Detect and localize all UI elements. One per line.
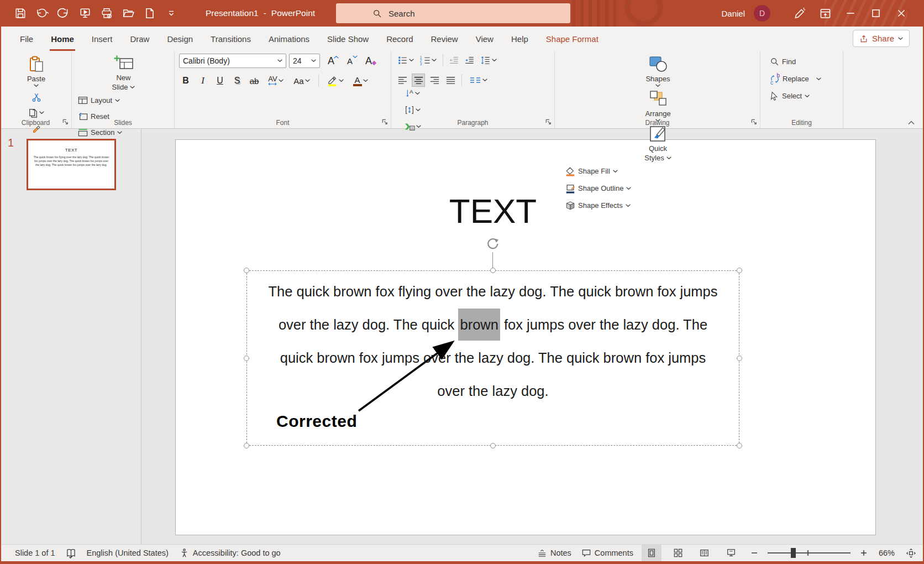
columns-button[interactable] — [466, 74, 490, 87]
zoom-in-button[interactable] — [857, 545, 870, 561]
increase-indent-button[interactable] — [463, 54, 476, 67]
notes-button[interactable]: Notes — [536, 545, 573, 561]
tab-help[interactable]: Help — [502, 27, 537, 51]
maximize-button[interactable] — [863, 0, 889, 27]
shape-effects-button[interactable]: Shape Effects — [564, 199, 757, 212]
align-text-button[interactable] — [401, 103, 423, 117]
annotation-label[interactable]: Corrected — [276, 412, 357, 431]
italic-button[interactable]: I — [196, 74, 209, 87]
justify-button[interactable] — [444, 74, 457, 87]
tab-home[interactable]: Home — [42, 27, 83, 51]
shape-outline-button[interactable]: Shape Outline — [564, 181, 757, 195]
align-left-button[interactable] — [396, 74, 409, 87]
paste-button[interactable]: Paste — [4, 54, 68, 88]
align-right-button[interactable] — [428, 74, 441, 87]
slide-thumbnail[interactable]: TEXT The quick brown fox flying over the… — [27, 139, 116, 190]
arrange-button[interactable]: Arrange — [559, 88, 757, 123]
drawing-dialog-launcher[interactable] — [750, 118, 758, 126]
slide-canvas[interactable]: TEXT The quick brown fox flying over the… — [175, 139, 876, 535]
close-button[interactable] — [889, 0, 914, 27]
collapse-ribbon-button[interactable] — [907, 120, 915, 125]
redo-button[interactable] — [55, 4, 72, 23]
rotate-handle[interactable] — [485, 236, 501, 252]
resize-handle-se[interactable] — [737, 443, 742, 448]
resize-handle-n[interactable] — [490, 268, 496, 273]
tab-review[interactable]: Review — [422, 27, 467, 51]
text-shadow-button[interactable]: S — [230, 74, 244, 87]
new-file-button[interactable] — [141, 4, 158, 23]
tab-insert[interactable]: Insert — [83, 27, 122, 51]
font-color-button[interactable]: A — [349, 74, 371, 87]
character-spacing-button[interactable]: AV — [265, 74, 287, 87]
text-highlight-color-button[interactable] — [324, 74, 345, 87]
tab-slide-show[interactable]: Slide Show — [318, 27, 377, 51]
slide-sorter-view-button[interactable] — [668, 545, 688, 561]
shapes-button[interactable]: Shapes — [559, 54, 757, 88]
accessibility-checker-button[interactable]: Accessibility: Good to go — [177, 545, 282, 561]
font-dialog-launcher[interactable] — [381, 118, 389, 126]
zoom-slider-handle[interactable] — [791, 548, 796, 558]
tab-record[interactable]: Record — [377, 27, 422, 51]
layout-button[interactable]: Layout — [76, 93, 171, 107]
ribbon-display-options-button[interactable] — [812, 0, 838, 27]
underline-button[interactable]: U — [213, 74, 227, 87]
open-file-button[interactable] — [120, 4, 136, 23]
slideshow-view-button[interactable] — [721, 545, 741, 561]
resize-handle-nw[interactable] — [244, 268, 249, 273]
avatar[interactable]: D — [754, 5, 770, 22]
font-size-select[interactable]: 24 — [289, 54, 320, 68]
tab-transitions[interactable]: Transitions — [202, 27, 260, 51]
zoom-slider[interactable] — [768, 552, 851, 553]
save-button[interactable] — [12, 4, 29, 23]
clear-formatting-button[interactable]: A — [360, 54, 377, 67]
tab-shape-format[interactable]: Shape Format — [537, 27, 607, 51]
slide-indicator[interactable]: Slide 1 of 1 — [13, 545, 57, 561]
reading-view-button[interactable] — [695, 545, 715, 561]
undo-button[interactable] — [34, 4, 50, 23]
zoom-level-button[interactable]: 66% — [877, 545, 896, 561]
line-spacing-button[interactable] — [478, 54, 499, 67]
zoom-out-button[interactable] — [748, 545, 761, 561]
new-slide-button[interactable]: New Slide — [76, 54, 171, 92]
resize-handle-ne[interactable] — [737, 268, 742, 273]
customize-qat-button[interactable] — [163, 4, 180, 23]
decrease-font-size-button[interactable]: A — [342, 54, 358, 67]
comments-button[interactable]: Comments — [580, 545, 635, 561]
numbering-button[interactable]: 1 2 3 — [418, 54, 439, 67]
section-button[interactable]: Section — [76, 126, 171, 139]
tab-file[interactable]: File — [11, 27, 42, 51]
highlighted-word[interactable]: brown — [458, 309, 500, 341]
tab-draw[interactable]: Draw — [121, 27, 158, 51]
tab-view[interactable]: View — [467, 27, 502, 51]
align-center-button[interactable] — [412, 74, 425, 87]
normal-view-button[interactable] — [642, 545, 662, 561]
decrease-indent-button[interactable] — [447, 54, 460, 67]
shape-fill-button[interactable]: Shape Fill — [564, 164, 757, 178]
print-preview-button[interactable] — [98, 4, 115, 23]
body-text[interactable]: The quick brown fox flying over the lazy… — [247, 275, 739, 408]
quick-styles-button[interactable]: Quick Styles — [559, 123, 757, 163]
replace-button[interactable]: b c Replace — [768, 72, 839, 86]
minimize-button[interactable] — [838, 0, 863, 27]
paragraph-dialog-launcher[interactable] — [545, 118, 552, 126]
find-button[interactable]: Find — [768, 55, 839, 69]
font-name-select[interactable]: Calibri (Body) — [179, 54, 286, 68]
bullets-button[interactable] — [396, 54, 416, 67]
resize-handle-s[interactable] — [490, 443, 496, 448]
strikethrough-button[interactable]: ab — [248, 74, 261, 87]
text-direction-button[interactable]: A — [401, 87, 423, 100]
change-case-button[interactable]: Aa — [291, 74, 313, 87]
bold-button[interactable]: B — [179, 74, 192, 87]
tab-animations[interactable]: Animations — [260, 27, 318, 51]
language-button[interactable]: English (United States) — [85, 545, 170, 561]
search-input[interactable]: Search — [336, 3, 570, 23]
share-button[interactable]: Share — [853, 30, 910, 47]
cut-button[interactable] — [4, 91, 68, 104]
select-button[interactable]: Select — [768, 89, 839, 103]
whats-new-button[interactable] — [787, 0, 812, 27]
tab-design[interactable]: Design — [158, 27, 202, 51]
start-slideshow-button[interactable] — [77, 4, 93, 23]
clipboard-dialog-launcher[interactable] — [62, 118, 69, 126]
spell-check-button[interactable] — [64, 545, 78, 561]
increase-font-size-button[interactable]: A — [323, 54, 339, 67]
